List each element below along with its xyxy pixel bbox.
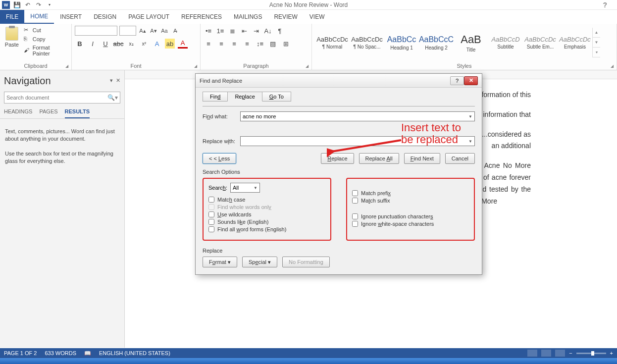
- superscript-button[interactable]: x²: [139, 39, 149, 49]
- tab-home[interactable]: HOME: [24, 10, 54, 24]
- match-case-checkbox[interactable]: Match case: [208, 197, 325, 203]
- tab-design[interactable]: DESIGN: [88, 10, 122, 24]
- copy-button[interactable]: ⎘Copy: [24, 36, 68, 43]
- clear-formatting-button[interactable]: A̶: [171, 26, 180, 35]
- font-size-input[interactable]: [119, 26, 136, 36]
- replace-with-input[interactable]: ▼: [240, 136, 475, 146]
- style-subtitle[interactable]: AaBbCcDSubtitle: [488, 28, 523, 57]
- replace-dropdown-icon[interactable]: ▼: [468, 139, 472, 144]
- align-left-button[interactable]: ≡: [204, 39, 213, 49]
- font-name-input[interactable]: [75, 26, 117, 36]
- replace-button[interactable]: Replace: [321, 153, 354, 164]
- nav-tab-headings[interactable]: HEADINGS: [4, 108, 32, 118]
- cut-button[interactable]: ✂Cut: [24, 27, 68, 34]
- undo-icon[interactable]: ↶: [24, 1, 32, 9]
- nav-tab-results[interactable]: RESULTS: [65, 108, 90, 118]
- styles-up-icon[interactable]: ▲: [593, 28, 600, 38]
- styles-down-icon[interactable]: ▼: [593, 38, 600, 48]
- status-proofing-icon[interactable]: 📖: [84, 350, 91, 357]
- font-launcher[interactable]: ◢: [194, 64, 199, 69]
- zoom-in-button[interactable]: +: [610, 350, 613, 356]
- nav-dropdown-icon[interactable]: ▾: [110, 77, 113, 84]
- line-spacing-button[interactable]: ↕≡: [255, 39, 265, 49]
- text-effects-button[interactable]: A: [152, 39, 162, 49]
- style-heading-2[interactable]: AaBbCcCHeading 2: [419, 28, 454, 57]
- format-button[interactable]: Format ▾: [203, 257, 237, 267]
- increase-indent-button[interactable]: ⇥: [251, 26, 261, 36]
- print-layout-button[interactable]: [541, 350, 551, 357]
- dialog-tab-find[interactable]: Find: [203, 92, 228, 102]
- tab-insert[interactable]: INSERT: [54, 10, 88, 24]
- shrink-font-button[interactable]: A▾: [149, 26, 158, 35]
- nav-close-icon[interactable]: ✕: [116, 77, 120, 84]
- status-language[interactable]: ENGLISH (UNITED STATES): [99, 350, 170, 356]
- tab-mailings[interactable]: MAILINGS: [228, 10, 268, 24]
- styles-scroll[interactable]: ▲▼▾: [592, 28, 600, 57]
- justify-button[interactable]: ≡: [242, 39, 252, 49]
- subscript-button[interactable]: x₂: [126, 39, 136, 49]
- special-button[interactable]: Special ▾: [242, 257, 277, 267]
- nav-tab-pages[interactable]: PAGES: [39, 108, 57, 118]
- borders-button[interactable]: ⊞: [281, 39, 291, 49]
- shading-button[interactable]: ▨: [268, 39, 278, 49]
- qat-more-icon[interactable]: ▾: [46, 1, 53, 9]
- multilevel-button[interactable]: ≣: [227, 26, 237, 36]
- replace-all-button[interactable]: Replace All: [359, 153, 399, 164]
- tab-view[interactable]: VIEW: [304, 10, 331, 24]
- find-dropdown-icon[interactable]: ▼: [468, 114, 472, 119]
- decrease-indent-button[interactable]: ⇤: [239, 26, 249, 36]
- change-case-button[interactable]: Aa: [160, 26, 169, 35]
- style-heading-1[interactable]: AaBbCcHeading 1: [384, 28, 419, 57]
- tab-review[interactable]: REVIEW: [268, 10, 303, 24]
- ignore-ws-checkbox[interactable]: Ignore white-space characters: [352, 221, 469, 227]
- search-icon[interactable]: 🔍▾: [107, 94, 118, 101]
- numbering-button[interactable]: 1≡: [215, 26, 225, 36]
- nav-search-box[interactable]: 🔍▾: [4, 92, 120, 104]
- help-icon[interactable]: ?: [603, 1, 607, 9]
- wildcards-checkbox[interactable]: Use wildcards: [208, 211, 325, 217]
- show-marks-button[interactable]: ¶: [275, 26, 285, 36]
- match-prefix-checkbox[interactable]: Match prefix: [352, 190, 469, 196]
- dialog-tab-goto[interactable]: Go To: [262, 92, 291, 102]
- dialog-close-button[interactable]: ✕: [464, 76, 478, 85]
- web-layout-button[interactable]: [555, 350, 565, 357]
- style--normal[interactable]: AaBbCcDc¶ Normal: [315, 28, 350, 57]
- highlight-button[interactable]: ab: [165, 39, 175, 49]
- tab-references[interactable]: REFERENCES: [175, 10, 228, 24]
- styles-more-icon[interactable]: ▾: [593, 48, 600, 57]
- word-forms-checkbox[interactable]: Find all word forms (English): [208, 226, 325, 232]
- dialog-help-button[interactable]: ?: [450, 76, 464, 85]
- taskbar[interactable]: [0, 358, 617, 364]
- bold-button[interactable]: B: [75, 39, 85, 49]
- align-center-button[interactable]: ≡: [216, 39, 226, 49]
- style-emphasis[interactable]: AaBbCcDcEmphasis: [558, 28, 592, 57]
- search-direction-select[interactable]: All ▼: [230, 183, 260, 193]
- replace-with-field[interactable]: [243, 138, 468, 144]
- find-what-input[interactable]: ▼: [240, 111, 475, 121]
- font-color-button[interactable]: A: [178, 39, 188, 49]
- find-what-field[interactable]: [243, 113, 468, 119]
- cancel-button[interactable]: Cancel: [445, 153, 475, 164]
- style-title[interactable]: AaBTitle: [454, 28, 488, 57]
- status-page[interactable]: PAGE 1 OF 2: [4, 350, 37, 356]
- style--no-spac-[interactable]: AaBbCcDc¶ No Spac...: [350, 28, 384, 57]
- sounds-like-checkbox[interactable]: Sounds like (English): [208, 219, 325, 225]
- zoom-slider[interactable]: [576, 353, 606, 354]
- search-input[interactable]: [6, 95, 107, 101]
- align-right-button[interactable]: ≡: [229, 39, 239, 49]
- bullets-button[interactable]: •≡: [204, 26, 213, 36]
- paste-button[interactable]: Paste: [3, 26, 21, 59]
- redo-icon[interactable]: ↷: [35, 1, 43, 9]
- find-next-button[interactable]: Find Next: [404, 153, 440, 164]
- style-subtle-em-[interactable]: AaBbCcDcSubtle Em...: [523, 28, 558, 57]
- save-icon[interactable]: 💾: [13, 1, 21, 9]
- less-button[interactable]: < < Less: [203, 153, 236, 164]
- status-words[interactable]: 633 WORDS: [45, 350, 76, 356]
- paragraph-launcher[interactable]: ◢: [306, 64, 310, 69]
- strikethrough-button[interactable]: abc: [113, 39, 123, 49]
- zoom-out-button[interactable]: −: [569, 350, 572, 356]
- underline-button[interactable]: U: [101, 39, 110, 49]
- format-painter-button[interactable]: 🖌Format Painter: [24, 45, 68, 56]
- sort-button[interactable]: A↓: [263, 26, 273, 36]
- ignore-punct-checkbox[interactable]: Ignore punctuation characters: [352, 213, 469, 219]
